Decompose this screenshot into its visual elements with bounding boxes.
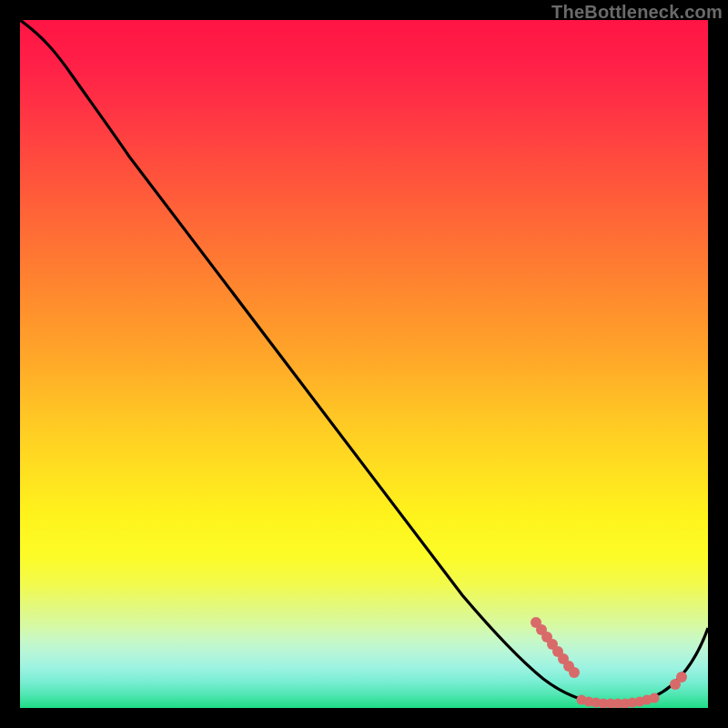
dots-pair-right [670, 672, 687, 690]
chart-root: TheBottleneck.com [0, 0, 728, 728]
svg-point-18 [650, 693, 660, 703]
svg-point-7 [569, 667, 580, 678]
watermark-text: TheBottleneck.com [551, 2, 723, 23]
main-curve [20, 20, 708, 704]
dots-row-bottom [577, 693, 660, 709]
dots-cluster-left [531, 617, 580, 678]
svg-point-20 [676, 672, 687, 682]
plot-area [20, 20, 708, 708]
curve-svg [20, 20, 708, 708]
